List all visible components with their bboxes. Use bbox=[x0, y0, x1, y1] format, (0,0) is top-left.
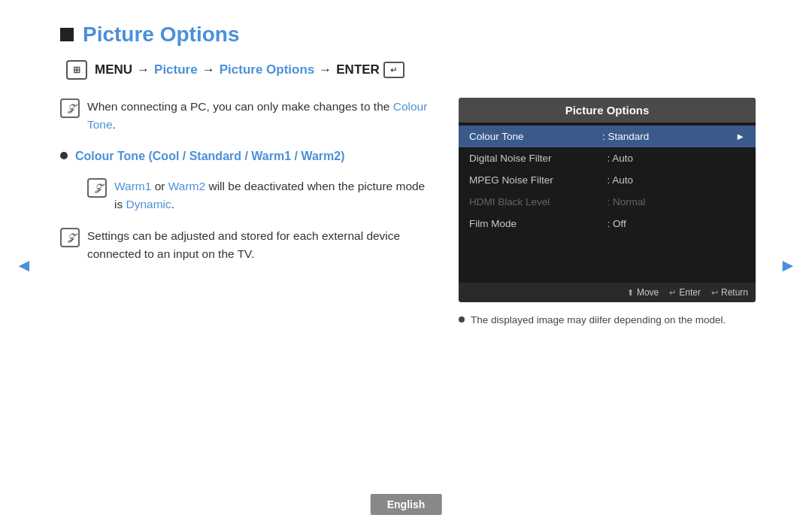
tv-empty-row bbox=[459, 235, 756, 280]
subnote-period: . bbox=[171, 198, 174, 210]
note-2-text: Settings can be adjusted and stored for … bbox=[87, 227, 429, 263]
note-1-text-after: . bbox=[113, 118, 116, 131]
tv-note-dot bbox=[459, 316, 465, 323]
enter-icon: ↵ bbox=[383, 62, 404, 78]
bullet-1-label: Colour Tone (Cool / Standard / Warm1 / W… bbox=[75, 147, 345, 165]
path-arrow-1: → bbox=[137, 62, 150, 77]
subnote-warm1: Warm1 bbox=[114, 180, 151, 192]
tv-row-2: MPEG Noise Filter : Auto bbox=[459, 169, 756, 191]
note-2: 𝒵 Settings can be adjusted and stored fo… bbox=[60, 227, 429, 263]
return-label: Return bbox=[721, 287, 748, 298]
tv-note: The displayed image may diifer depending… bbox=[459, 313, 759, 328]
tv-row-4-value: : Off bbox=[607, 218, 746, 229]
tv-row-1: Digital Noise Filter : Auto bbox=[459, 147, 756, 169]
left-panel: 𝒵 When connecting a PC, you can only mak… bbox=[60, 98, 429, 277]
tv-row-2-label: MPEG Noise Filter bbox=[469, 174, 607, 186]
tv-header: Picture Options bbox=[459, 98, 756, 123]
tv-body: Colour Tone : Standard ► Digital Noise F… bbox=[459, 123, 756, 283]
tv-row-1-value: : Auto bbox=[607, 153, 746, 164]
sub-note: 𝒵 Warm1 or Warm2 will be deactivated whe… bbox=[87, 177, 429, 214]
bullet-1: Colour Tone (Cool / Standard / Warm1 / W… bbox=[60, 147, 429, 165]
note-icon-1: 𝒵 bbox=[60, 98, 80, 118]
tv-footer-enter: ↵ Enter bbox=[669, 287, 701, 298]
tv-row-3: HDMI Black Level : Normal bbox=[459, 191, 756, 213]
tv-row-0-label: Colour Tone bbox=[469, 131, 602, 142]
menu-icon: ⊞ bbox=[66, 60, 87, 80]
page-title-row: Picture Options bbox=[60, 23, 752, 47]
menu-path: ⊞ MENU → Picture → Picture Options → ENT… bbox=[66, 60, 752, 80]
note-icon-2: 𝒵 bbox=[60, 228, 80, 247]
note-icon-sub: 𝒵 bbox=[87, 178, 107, 198]
title-square bbox=[60, 28, 74, 41]
tv-row-3-label: HDMI Black Level bbox=[469, 196, 607, 207]
tv-row-0-arrow: ► bbox=[735, 131, 745, 142]
tv-note-text: The displayed image may diifer depending… bbox=[471, 313, 726, 328]
bullet-dot-1 bbox=[60, 152, 68, 159]
path-picture: Picture bbox=[154, 62, 198, 77]
right-panel: Picture Options Colour Tone : Standard ►… bbox=[459, 98, 759, 328]
subnote-warm2: Warm2 bbox=[168, 180, 205, 192]
menu-label: MENU bbox=[95, 62, 132, 77]
tv-row-3-value: : Normal bbox=[607, 196, 746, 207]
sub-note-text: Warm1 or Warm2 will be deactivated when … bbox=[114, 177, 429, 214]
enter-footer-icon: ↵ bbox=[669, 288, 676, 298]
move-label: Move bbox=[637, 287, 659, 298]
tv-row-2-value: : Auto bbox=[607, 174, 746, 186]
path-picture-options: Picture Options bbox=[220, 62, 315, 77]
tv-row-4-label: Film Mode bbox=[469, 218, 607, 229]
tv-ui: Picture Options Colour Tone : Standard ►… bbox=[459, 98, 756, 302]
language-button[interactable]: English bbox=[371, 494, 442, 515]
tv-row-4: Film Mode : Off bbox=[459, 213, 756, 235]
tv-footer: ⬆ Move ↵ Enter ↩ Return bbox=[459, 283, 756, 302]
note-1-text-before: When connecting a PC, you can only make … bbox=[87, 100, 393, 113]
tv-row-0-value: : Standard bbox=[602, 131, 735, 142]
tv-row-1-label: Digital Noise Filter bbox=[469, 153, 607, 164]
path-arrow-2: → bbox=[202, 62, 215, 77]
enter-label: ENTER ↵ bbox=[336, 62, 404, 78]
subnote-dynamic: Dynamic bbox=[126, 198, 171, 210]
note-1-text: When connecting a PC, you can only make … bbox=[87, 98, 429, 134]
page-title: Picture Options bbox=[83, 23, 239, 47]
path-arrow-3: → bbox=[319, 62, 332, 77]
tv-footer-move: ⬆ Move bbox=[627, 287, 659, 298]
move-icon: ⬆ bbox=[627, 288, 634, 298]
main-content: 𝒵 When connecting a PC, you can only mak… bbox=[60, 98, 752, 328]
note-1: 𝒵 When connecting a PC, you can only mak… bbox=[60, 98, 429, 134]
enter-footer-label: Enter bbox=[679, 287, 701, 298]
tv-row-0: Colour Tone : Standard ► bbox=[459, 126, 756, 147]
return-icon: ↩ bbox=[711, 288, 718, 298]
tv-footer-return: ↩ Return bbox=[711, 287, 748, 298]
subnote-or: or bbox=[151, 180, 168, 192]
